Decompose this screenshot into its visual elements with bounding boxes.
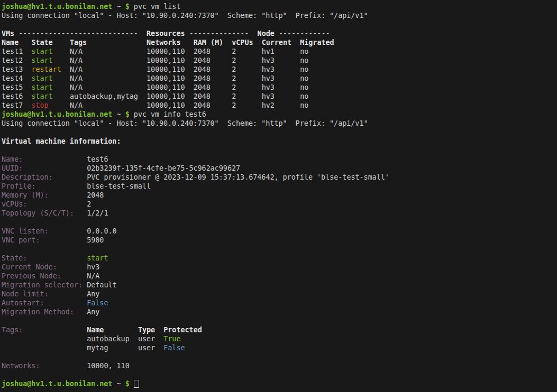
vm-name: test4 — [2, 74, 23, 83]
terminal-line: joshua@hv1.t.u.bonilan.net~$pvc vm list — [0, 2, 557, 11]
terminal-line: test2startN/A10000,11020482hv3no — [0, 56, 557, 65]
vm-migrated: no — [300, 65, 308, 74]
field-label: Previous Node: — [2, 272, 61, 281]
vm-vcpus: 2 — [232, 83, 236, 92]
section-divider: ------------ — [279, 29, 330, 38]
field-label: Migration Method: — [2, 307, 74, 316]
column-header-vcpus: vCPUs — [232, 38, 253, 47]
vm-tags: N/A — [70, 47, 83, 56]
terminal-line: Previous Node:N/A — [0, 272, 557, 281]
terminal-line: Using connection "local" - Host: "10.90.… — [0, 11, 557, 20]
vm-migrated: no — [300, 56, 308, 65]
field-value: 10000, 110 — [87, 361, 130, 370]
vm-current-node: hv3 — [262, 92, 275, 101]
vm-ram: 2048 — [194, 56, 211, 65]
field-value: 5900 — [87, 236, 104, 245]
terminal-line: test3restartN/A10000,11020482hv3no — [0, 65, 557, 74]
vm-current-node: hv3 — [262, 74, 275, 83]
field-label: Tags: — [2, 325, 23, 334]
tag-type: user — [138, 343, 155, 352]
vm-ram: 2048 — [194, 65, 211, 74]
vm-vcpus: 2 — [232, 74, 236, 83]
field-label: UUID: — [2, 164, 23, 173]
tag-name: autobackup — [87, 334, 130, 343]
column-header-name: Name — [2, 38, 19, 47]
vm-current-node: hv3 — [262, 83, 275, 92]
field-value: 1/2/1 — [87, 209, 108, 218]
prompt-symbol: $ — [125, 379, 130, 388]
vm-name: test6 — [2, 92, 23, 101]
vm-name: test7 — [2, 101, 23, 110]
field-value: Default — [87, 281, 116, 290]
terminal-line: vCPUs:2 — [0, 200, 557, 209]
tag-type: user — [138, 334, 155, 343]
vm-tags: N/A — [70, 56, 83, 65]
column-header-tags: Tags — [70, 38, 87, 47]
terminal-line: Migration selector:Default — [0, 281, 557, 290]
command-text: pvc vm list — [134, 2, 181, 11]
terminal-line: test5startN/A10000,11020482hv3no — [0, 83, 557, 92]
vm-vcpus: 2 — [232, 101, 236, 110]
field-label: Name: — [2, 155, 23, 164]
terminal-line: Using connection "local" - Host: "10.90.… — [0, 119, 557, 128]
prompt-cwd: ~ — [117, 110, 121, 119]
tag-protected: True — [163, 334, 180, 343]
terminal-line: joshua@hv1.t.u.bonilan.net~$ — [0, 379, 557, 388]
vm-ram: 2048 — [194, 92, 211, 101]
field-label: Profile: — [2, 182, 35, 191]
vm-state: restart — [31, 65, 61, 74]
field-value: Any — [87, 307, 99, 316]
vm-state: start — [31, 47, 52, 56]
vm-vcpus: 2 — [232, 92, 236, 101]
terminal-line: UUID:02b3239f-135f-4cfe-be75-5c962ac9962… — [0, 164, 557, 173]
field-value: Any — [87, 290, 99, 298]
vm-migrated: no — [300, 47, 308, 56]
field-value: 2 — [87, 200, 91, 209]
terminal-window[interactable]: joshua@hv1.t.u.bonilan.net~$pvc vm listU… — [0, 0, 557, 392]
field-value: 0.0.0.0 — [87, 227, 116, 236]
vm-state: start — [31, 74, 52, 83]
terminal-line: mytaguserFalse — [0, 343, 557, 352]
terminal-line: test1startN/A10000,11020482hv1no — [0, 47, 557, 56]
terminal-line: Node limit:Any — [0, 290, 557, 298]
vm-name: test1 — [2, 47, 23, 56]
vm-tags: N/A — [70, 74, 83, 83]
section-divider: ---------------------------- — [19, 29, 138, 38]
terminal-line: Description:PVC provisioner @ 2023-12-09… — [0, 173, 557, 182]
vm-migrated: no — [300, 83, 308, 92]
terminal-line: test4startN/A10000,11020482hv3no — [0, 74, 557, 83]
column-header-migrated: Migrated — [300, 38, 334, 47]
vm-networks: 10000,110 — [147, 101, 185, 110]
vm-current-node: hv2 — [262, 101, 275, 110]
vm-vcpus: 2 — [232, 47, 236, 56]
field-label: Migration selector: — [2, 281, 83, 290]
vm-name: test3 — [2, 65, 23, 74]
vm-migrated: no — [300, 101, 308, 110]
prompt-user-host: joshua@hv1.t.u.bonilan.net — [2, 379, 112, 388]
terminal-line: Migration Method:Any — [0, 307, 557, 316]
prompt-cwd: ~ — [117, 379, 121, 388]
prompt-symbol: $ — [125, 2, 130, 11]
prompt-symbol: $ — [125, 110, 130, 119]
prompt-user-host: joshua@hv1.t.u.bonilan.net — [2, 2, 112, 11]
terminal-line: test7stopN/A10000,11020482hv2no — [0, 101, 557, 110]
column-header-state: State — [31, 38, 52, 47]
field-value: test6 — [87, 155, 108, 164]
vm-state: start — [31, 83, 52, 92]
field-value: 2048 — [87, 191, 104, 200]
column-header-ram: RAM (M) — [194, 38, 223, 47]
vm-state: stop — [31, 101, 48, 110]
field-label: Networks: — [2, 361, 40, 370]
field-label: Memory (M): — [2, 191, 49, 200]
terminal-line: VMs----------------------------Resources… — [0, 29, 557, 38]
field-label: Current Node: — [2, 263, 57, 272]
tag-protected: False — [163, 343, 185, 352]
terminal-line: autobackupuserTrue — [0, 334, 557, 343]
field-label: Autostart: — [2, 298, 44, 307]
vm-current-node: hv3 — [262, 65, 275, 74]
field-value: blse-test-small — [87, 182, 151, 191]
connection-info: Using connection "local" - Host: "10.90.… — [2, 11, 368, 20]
column-header-current: Current — [262, 38, 291, 47]
vm-vcpus: 2 — [232, 65, 236, 74]
vm-tags: N/A — [70, 101, 83, 110]
